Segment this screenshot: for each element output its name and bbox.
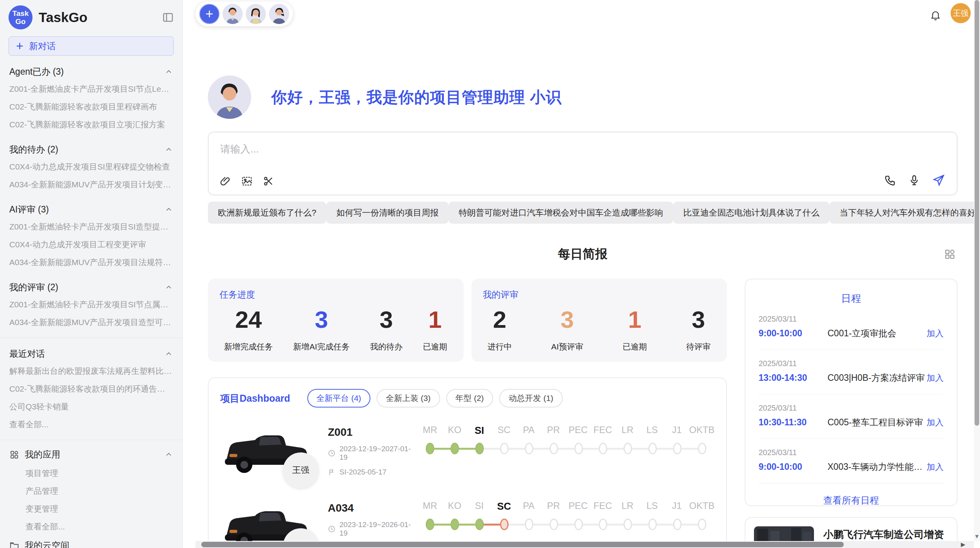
suggestion-chip[interactable]: 欧洲新规最近颁布了什么? [208, 202, 326, 224]
section-label: Agent已办 (3) [9, 66, 64, 78]
filter-new-body[interactable]: 全新上装 (3) [377, 389, 440, 408]
schedule-event: 2025/03/11 9:00-10:00 X003-车辆动力学性能验... 加… [759, 439, 944, 483]
list-item[interactable]: Z001-全新燃油轻卡产品开发项目SI节点属性5D文件评审 [9, 296, 174, 313]
section-my-review[interactable]: 我的评审 (2) [9, 279, 174, 296]
milestone-node-PEC [566, 519, 591, 530]
send-icon[interactable] [932, 174, 945, 187]
app-root: Task Go TaskGo 新对话 Agent已办 (3) Z001-全新燃油… [0, 0, 980, 548]
event-title: X003-车辆动力学性能验... [828, 461, 927, 473]
milestone-node-LS [640, 443, 665, 454]
list-item[interactable]: C0X4-动力总成开发项目SI里程碑提交物检查 [9, 158, 174, 176]
view-all-schedule-link[interactable]: 查看所有日程 [759, 494, 944, 507]
sidebar-item-project-mgmt[interactable]: 项目管理 [9, 464, 174, 482]
chevron-up-icon[interactable] [164, 450, 173, 459]
stat-value: 2 [488, 307, 512, 332]
section-label: 我的评审 (2) [9, 281, 58, 293]
list-item[interactable]: C0X4-动力总成开发项目工程变更评审 [9, 236, 174, 253]
sidebar-item-my-apps[interactable]: 我的应用 [9, 445, 174, 464]
list-item[interactable]: A034-全新新能源MUV产品开发项目计划变更表编写 [9, 176, 174, 194]
stat-label: AI预评审 [551, 341, 583, 352]
join-link[interactable]: 加入 [927, 417, 944, 428]
section-ai-review[interactable]: AI评审 (3) [9, 201, 174, 218]
suggestion-chip[interactable]: 比亚迪全固态电池计划具体说了什么 [673, 202, 829, 224]
recent-view-all[interactable]: 查看全部... [9, 416, 174, 433]
clock-icon [328, 525, 336, 533]
layout-grid-icon[interactable] [944, 248, 956, 260]
avatar[interactable] [269, 4, 289, 24]
scroll-right-arrow[interactable]: ▶ [961, 541, 965, 548]
microphone-icon[interactable] [908, 174, 920, 187]
list-item[interactable]: C02-飞腾新能源轻客改款项目的闭环通告反馈情况 [9, 380, 174, 398]
milestone-label-KO: KO [442, 500, 467, 512]
stat-in-progress: 2 进行中 [488, 307, 512, 352]
stat-new-ai-done: 3 新增AI完成任务 [293, 307, 350, 352]
vertical-scrollbar-thumb[interactable] [975, 0, 979, 426]
milestone-node-MR [418, 519, 442, 530]
join-link[interactable]: 加入 [927, 461, 944, 473]
project-info: Z001 2023-12-19~2027-01-19 SI-2025-05-17 [317, 424, 418, 476]
sidebar-header: Task Go TaskGo [9, 4, 174, 34]
apps-view-all[interactable]: 查看全部... [9, 518, 174, 536]
horizontal-scrollbar[interactable]: ▶ [195, 541, 974, 548]
milestone-node-SI [467, 443, 492, 454]
sidebar-collapse-icon[interactable] [162, 12, 174, 23]
scissors-icon[interactable] [263, 175, 274, 187]
milestone-label-J1: J1 [665, 425, 689, 437]
notification-bell-icon[interactable] [930, 9, 941, 21]
list-item[interactable]: Z001-全新燃油皮卡产品开发项目SI节点Lesson Learn报告 [9, 80, 174, 98]
add-member-button[interactable] [199, 4, 219, 24]
new-chat-button[interactable]: 新对话 [9, 36, 174, 56]
task-progress-title: 任务进度 [219, 289, 452, 301]
stat-label: 待评审 [686, 341, 711, 352]
suggestion-chip[interactable]: 当下年轻人对汽车外观有怎样的喜好趋势 [829, 202, 980, 224]
section-my-todo[interactable]: 我的待办 (2) [9, 141, 174, 158]
milestone-node-PR [541, 443, 566, 454]
image-icon[interactable] [241, 175, 253, 187]
chevron-up-icon[interactable] [164, 68, 173, 76]
avatar[interactable] [223, 4, 243, 24]
sidebar-item-product-mgmt[interactable]: 产品管理 [9, 482, 174, 500]
scroll-down-arrow[interactable]: ▼ [974, 533, 980, 539]
list-item[interactable]: C02-飞腾新能源轻客改款项目里程碑画布 [9, 98, 174, 116]
milestone-node-J1 [665, 443, 690, 454]
chevron-up-icon[interactable] [164, 350, 173, 358]
sidebar-item-change-mgmt[interactable]: 变更管理 [9, 500, 174, 518]
phone-icon[interactable] [884, 174, 896, 187]
section-recent-chats[interactable]: 最近对话 [9, 346, 174, 362]
section-agent-done[interactable]: Agent已办 (3) [9, 63, 174, 80]
schedule-event: 2025/03/11 13:00-14:30 C003|H0B-方案冻结评审 加… [759, 350, 944, 394]
vertical-scrollbar[interactable]: ▼ [974, 0, 980, 541]
list-item[interactable]: A034-全新新能源MUV产品开发项目法规符合性评审 [9, 253, 174, 271]
join-link[interactable]: 加入 [927, 372, 944, 384]
stat-value: 3 [686, 307, 711, 332]
chevron-up-icon[interactable] [164, 146, 173, 154]
avatar[interactable] [246, 4, 266, 24]
user-avatar[interactable]: 王强 [951, 3, 971, 23]
chevron-up-icon[interactable] [164, 283, 173, 292]
filter-new-platform[interactable]: 全新平台 (4) [307, 389, 371, 408]
suggestion-chip[interactable]: 特朗普可能对进口汽车增税会对中国车企造成哪些影响 [449, 202, 673, 224]
chat-input-card[interactable]: 请输入... [208, 132, 958, 195]
schedule-event: 2025/03/11 10:30-11:30 C005-整车工程目标评审 加入 [759, 394, 944, 439]
paperclip-icon[interactable] [219, 175, 231, 187]
list-item[interactable]: A034-全新新能源MUV产品开发项目造型可行性评审 [9, 313, 174, 331]
filter-year-model[interactable]: 年型 (2) [446, 389, 493, 408]
milestone-label-PA: PA [516, 500, 541, 512]
suggestion-chip[interactable]: 如何写一份清晰的项目周报 [326, 202, 449, 224]
stats-row: 任务进度 24 新增完成任务 3 新增AI完成任务 [208, 279, 727, 362]
stat-value: 1 [423, 307, 447, 332]
list-item[interactable]: 解释最新出台的欧盟报废车法规再生塑料比例被调至15%... [9, 362, 174, 380]
list-item[interactable]: Z001-全新燃油轻卡产品开发项目SI造型提交物评审 [9, 218, 174, 236]
join-link[interactable]: 加入 [927, 328, 944, 339]
sidebar-item-cloud-space[interactable]: 我的云空间 [9, 536, 174, 548]
chat-input-placeholder: 请输入... [220, 142, 945, 156]
list-item[interactable]: C02-飞腾新能源轻客改款项目立项汇报方案 [9, 116, 174, 134]
milestone-label-SI: SI [467, 425, 492, 437]
right-column: 日程 2025/03/11 9:00-10:00 C001-立项审批会 加入 2… [745, 279, 958, 548]
project-row[interactable]: 王强 Z001 2023-12-19~2027-01-19 [220, 424, 714, 478]
filter-powertrain[interactable]: 动总开发 (1) [499, 389, 563, 408]
chevron-up-icon[interactable] [164, 206, 173, 214]
event-title: C001-立项审批会 [828, 327, 927, 339]
list-item[interactable]: 公司Q3轻卡销量 [9, 398, 174, 416]
horizontal-scrollbar-thumb[interactable] [201, 542, 844, 547]
